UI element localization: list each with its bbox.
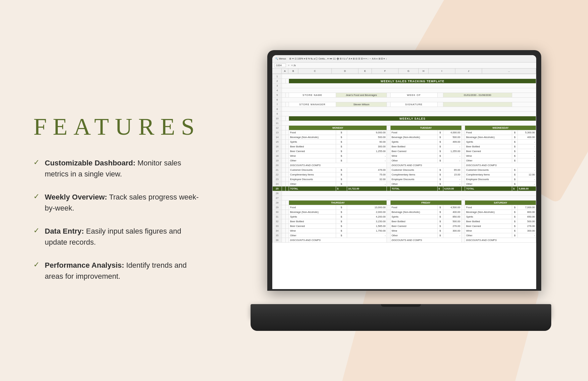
cell-reference: G304 [274,64,286,67]
formula-content: = Js [291,64,534,67]
feature-text-3: Data Entry: Easily input sales figures a… [45,226,200,248]
toolbar-search[interactable]: 🔍 Menus [274,57,287,60]
mon-bev-label: Beverage (Non-Alcoholic) [289,135,336,140]
feature-bold-3: Data Entry: [45,227,84,235]
row-cust-disc: 21 Customer Discounts $ 476.00 Customer … [273,168,536,172]
feature-bold-2: Weekly Overview: [45,193,107,201]
check-icon-2: ✓ [33,193,39,200]
row-4: 4 [273,88,536,93]
row-disc-hdr: 20 DISCOUNTS AND COMPS DISCOUNTS AND COM… [273,163,536,168]
col-c: C [298,69,332,74]
feature-item-4: ✓ Performance Analysis: Identify trends … [33,260,200,282]
main-title: WEEKLY SALES TRACKING TEMPLATE [289,79,536,84]
row-other-disc: 24 Other $ - Other $ - [273,182,536,186]
mon-spirits-value: 90.00 [347,140,387,144]
row-bcan-2: 33 Beer Canned $ 1,585.00 Beer Canned $ [273,224,536,229]
check-icon-3: ✓ [33,227,39,234]
check-icon-1: ✓ [33,159,39,166]
row-8: 8 [273,107,536,112]
row-other-1: 19 Other $ - Other $ - [273,158,536,163]
row-beer-can-1: 17 Beer Canned $ 1,255.00 Beer Canned $ [273,149,536,154]
feature-item-3: ✓ Data Entry: Easily input sales figures… [33,226,200,248]
laptop-bottom [251,318,551,331]
laptop-wrapper: 🔍 Menus ⊞ ✦ ⊡ 100% ▾ $ % ‰ ⌀ ⓘ Centu... … [251,50,551,344]
row-total-1: 25 TOTAL $ 10,722.00 TOTAL $ 4,919. [273,186,536,191]
row-store-name: 5 STORE NAME Jean's Food and Beverages W… [273,93,536,98]
store-name-label: STORE NAME [289,93,336,98]
check-icon-4: ✓ [33,261,39,268]
wed-spirits-label: Spirits [465,140,512,144]
tue-food-value: 4,000.00 [443,130,461,135]
row-1: 1 [273,74,536,79]
row-food-2: 29 Food $ 13,000.00 Food $ 4,500.00 [273,205,536,210]
manager-label: STORE MANAGER [289,102,336,107]
spreadsheet: 🔍 Menus ⊞ ✦ ⊡ 100% ▾ $ % ‰ ⌀ ⓘ Centu... … [272,55,536,289]
row-spirits-2: 31 Spirits $ 4,200.00 Spirits $ 850 [273,215,536,219]
row-11: 11 [273,121,536,126]
col-i: I [429,69,455,74]
col-headers: A B C D E F G H I J ... [272,69,536,74]
mon-food-value: 9,000.00 [347,130,387,135]
row-bev-1: 14 Beverage (Non-Alcoholic) $ 500.00 Bev… [273,135,536,140]
wed-spirits-value: - [518,140,536,144]
right-panel: 🔍 Menus ⊞ ✦ ⊡ 100% ▾ $ % ‰ ⌀ ⓘ Centu... … [227,0,588,381]
row-food-1: 13 Food $ 9,000.00 Food $ 4,000.00 [273,130,536,135]
store-name-value: Jean's Food and Beverages [336,93,387,98]
col-d: D [332,69,358,74]
page-layout: FEATURES ✓ Customizable Dashboard: Monit… [0,0,588,381]
col-e: E [358,69,372,74]
page-title: FEATURES [33,113,200,141]
row-9: 9 [273,112,536,116]
laptop-screen-bezel: 🔍 Menus ⊞ ✦ ⊡ 100% ▾ $ % ‰ ⌀ ⓘ Centu... … [272,55,536,289]
manager-value: Steven Wilson [336,102,387,107]
feature-text-1: Customizable Dashboard: Monitor sales me… [45,157,200,179]
feature-text-2: Weekly Overview: Track sales progress we… [45,192,200,214]
row-disc-hdr-2: 36 DISCOUNTS AND COMPS DISCOUNTS AND COM… [273,238,536,243]
feature-bold-4: Performance Analysis: [45,261,124,269]
thursday-header: THURSDAY [289,201,387,205]
feature-list: ✓ Customizable Dashboard: Monitor sales … [33,157,200,282]
toolbar: 🔍 Menus ⊞ ✦ ⊡ 100% ▾ $ % ‰ ⌀ ⓘ Centu... … [272,55,536,62]
col-rest: ... [482,69,536,74]
row-comp: 22 Complimentary Items $ 75.00 Complimen… [273,172,536,177]
row-bbtl-2: 32 Beer Bottled $ 3,150.00 Beer Bottled … [273,219,536,224]
wed-food-value: 5,300.00 [518,130,536,135]
col-f: F [372,69,399,74]
tue-bev-value: 500.00 [443,135,461,140]
row-emp-disc: 23 Employee Discounts $ 32.00 Employee D… [273,177,536,182]
feature-item-2: ✓ Weekly Overview: Track sales progress … [33,192,200,214]
monday-header: MONDAY [289,126,387,130]
formula-equals: = [288,64,289,67]
mon-spirits-label: Spirits [289,140,336,144]
row-27: 27 [273,196,536,201]
weekly-sales-title: WEEKLY SALES [289,116,536,121]
row-6: 6 [273,98,536,102]
col-h: H [419,69,429,74]
wed-bev-label: Beverage (Non-Alcoholic) [465,135,512,140]
row-manager: 7 STORE MANAGER Steven Wilson SIGNATURE [273,102,536,107]
row-title: 2 WEEKLY SALES TRACKING TEMPLATE [273,79,536,84]
row-wine-2: 34 Wine $ 1,750.00 Wine $ 300.00 [273,229,536,233]
row-day-headers-2: 28 THURSDAY FRIDAY SATURDAY [273,201,536,205]
row-wine-1: 18 Wine $ - Wine $ - [273,154,536,158]
row-num-header [272,69,282,74]
row-bev-2: 30 Beverage (Non-Alcoholic) $ 2,000.00 B… [273,210,536,215]
signature-value [443,102,512,107]
tue-bev-label: Beverage (Non-Alcoholic) [390,135,437,140]
tue-food-label: Food [390,130,437,135]
wed-bev-value: 400.00 [518,135,536,140]
row-beer-btl-1: 16 Beer Bottled $ 300.00 Beer Bottled $ [273,144,536,149]
week-of-label: WEEK OF [390,93,437,98]
laptop-screen-outer: 🔍 Menus ⊞ ✦ ⊡ 100% ▾ $ % ‰ ⌀ ⓘ Centu... … [267,50,541,291]
col-b: B [288,69,298,74]
wednesday-header: WEDNESDAY [465,126,536,130]
col-j: J [455,69,482,74]
row-other-2: 35 Other $ - Other $ - [273,233,536,238]
tue-spirits-label: Spirits [390,140,437,144]
row-spirits-1: 15 Spirits $ 90.00 Spirits $ 499.00 [273,140,536,144]
row-weekly-sales: 10 WEEKLY SALES [273,116,536,121]
toolbar-controls: ⊞ ✦ ⊡ 100% ▾ $ % ‰ ⌀ ⓘ Centu... ▾ ➖ 11 ➕… [288,57,388,61]
friday-header: FRIDAY [390,201,461,205]
signature-label: SIGNATURE [390,102,437,107]
mon-food-label: Food [289,130,336,135]
